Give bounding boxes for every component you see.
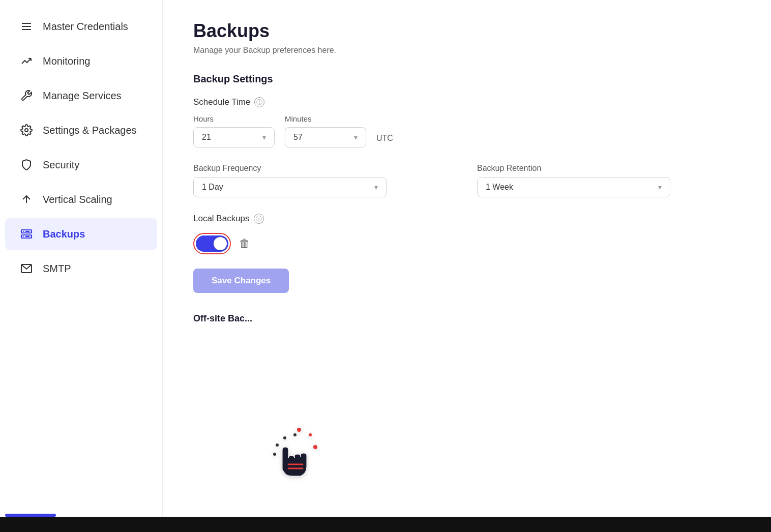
sidebar-item-label: Security	[43, 159, 79, 171]
toggle-wrapper	[193, 233, 231, 254]
shield-icon	[19, 158, 34, 172]
frequency-group: Backup Frequency 1 Day ▾	[193, 164, 457, 197]
sidebar-item-backups[interactable]: Backups	[5, 218, 157, 250]
delete-icon[interactable]: 🗑	[239, 237, 250, 250]
sidebar-item-label: Monitoring	[43, 55, 90, 67]
page-title: Backups	[193, 20, 740, 42]
retention-select[interactable]: 1 Week ▾	[477, 177, 670, 197]
hours-value: 21	[202, 133, 211, 142]
backup-settings-title: Backup Settings	[193, 73, 740, 85]
svg-point-10	[23, 236, 24, 237]
wrench-icon	[19, 88, 34, 103]
backups-icon	[19, 227, 34, 241]
svg-point-5	[25, 129, 28, 132]
sidebar-item-label: Vertical Scaling	[43, 194, 112, 205]
sidebar-item-label: SMTP	[43, 263, 71, 275]
svg-point-9	[23, 231, 24, 232]
frequency-chevron-icon: ▾	[374, 183, 378, 191]
retention-value: 1 Week	[486, 183, 513, 192]
page-subtitle: Manage your Backup preferences here.	[193, 46, 740, 55]
main-content: Backups Manage your Backup preferences h…	[163, 0, 771, 532]
hours-select[interactable]: 21 ▾	[193, 127, 275, 147]
hours-label: Hours	[193, 114, 275, 123]
schedule-time-info-icon[interactable]: ⓘ	[254, 97, 264, 107]
sidebar-item-label: Settings & Packages	[43, 125, 137, 136]
off-site-title: Off-site Bac...	[193, 313, 740, 324]
local-backups-label: Local Backups ⓘ	[193, 214, 740, 224]
frequency-select[interactable]: 1 Day ▾	[193, 177, 387, 197]
minutes-chevron-icon: ▾	[354, 133, 358, 141]
list-icon	[19, 19, 34, 34]
sidebar: Master Credentials Monitoring Manage Ser…	[0, 0, 163, 532]
sidebar-item-master-credentials[interactable]: Master Credentials	[5, 10, 157, 43]
frequency-row: Backup Frequency 1 Day ▾ Backup Retentio…	[193, 164, 740, 197]
sidebar-item-monitoring[interactable]: Monitoring	[5, 45, 157, 77]
settings-icon	[19, 123, 34, 137]
utc-label: UTC	[376, 134, 393, 143]
backup-frequency-label: Backup Frequency	[193, 164, 457, 173]
hours-chevron-icon: ▾	[262, 133, 266, 141]
minutes-label: Minutes	[285, 114, 366, 123]
toggle-knob	[214, 237, 227, 250]
minutes-value: 57	[293, 133, 303, 142]
frequency-value: 1 Day	[202, 183, 223, 192]
sidebar-item-manage-services[interactable]: Manage Services	[5, 79, 157, 112]
backup-retention-label: Backup Retention	[477, 164, 740, 173]
retention-group: Backup Retention 1 Week ▾	[477, 164, 740, 197]
retention-chevron-icon: ▾	[658, 183, 662, 191]
sidebar-item-smtp[interactable]: SMTP	[5, 252, 157, 285]
hours-group: Hours 21 ▾	[193, 114, 275, 147]
minutes-group: Minutes 57 ▾	[285, 114, 366, 147]
schedule-time-label: Schedule Time ⓘ	[193, 97, 740, 107]
sidebar-item-settings-packages[interactable]: Settings & Packages	[5, 114, 157, 146]
sidebar-item-security[interactable]: Security	[5, 149, 157, 181]
up-arrow-icon	[19, 192, 34, 206]
sidebar-item-label: Backups	[43, 228, 85, 240]
envelope-icon	[19, 261, 34, 276]
sidebar-item-label: Manage Services	[43, 90, 122, 102]
minutes-select[interactable]: 57 ▾	[285, 127, 366, 147]
bottom-bar	[0, 517, 771, 532]
sidebar-item-label: Master Credentials	[43, 21, 128, 33]
time-row: Hours 21 ▾ Minutes 57 ▾ UTC	[193, 114, 740, 147]
chart-icon	[19, 54, 34, 68]
local-backups-toggle[interactable]	[196, 235, 228, 252]
local-backups-info-icon[interactable]: ⓘ	[254, 214, 264, 224]
sidebar-item-vertical-scaling[interactable]: Vertical Scaling	[5, 183, 157, 216]
toggle-row: 🗑	[193, 233, 740, 254]
save-changes-button[interactable]: Save Changes	[193, 269, 289, 293]
